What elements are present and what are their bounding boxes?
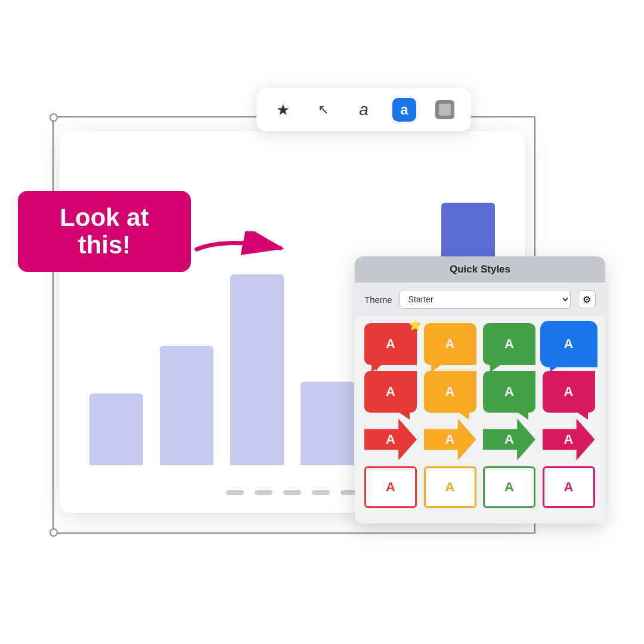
letter-a-active-icon[interactable]: a	[392, 98, 416, 122]
style-speech-red-1[interactable]: A ⭐	[364, 323, 417, 365]
bar-4	[301, 382, 354, 465]
cursor-icon[interactable]: ↖	[311, 98, 335, 122]
qs-row-4: A A A A	[364, 466, 596, 508]
style-speech-pink-1-selected[interactable]: A	[543, 323, 595, 365]
shapes-icon[interactable]	[433, 98, 457, 122]
style-arrow-green[interactable]: A	[483, 419, 535, 460]
svg-rect-1	[439, 104, 451, 116]
qs-title: Quick Styles	[355, 256, 605, 283]
svg-marker-8	[457, 411, 469, 420]
selection-handle-tl[interactable]	[49, 113, 58, 122]
style-arrow-red[interactable]: A	[364, 419, 417, 460]
style-arrow-pink[interactable]: A	[543, 419, 595, 460]
style-speech-green-1[interactable]: A	[483, 323, 535, 365]
qs-row-1: A ⭐ A A A	[364, 323, 596, 365]
qs-row-2: A A A A	[364, 371, 596, 413]
callout-arrow	[191, 231, 286, 270]
style-speech-green-2[interactable]: A	[483, 371, 535, 413]
qs-theme-select[interactable]: Starter Classic Modern	[400, 290, 571, 309]
style-speech-yellow-1[interactable]: A	[424, 323, 476, 365]
bar-1	[89, 394, 143, 465]
qs-body: A ⭐ A A A A	[355, 316, 605, 524]
floating-toolbar: ★ ↖ a a	[256, 88, 471, 131]
style-outline-yellow[interactable]: A	[424, 466, 476, 508]
callout-bubble: Look at this!	[18, 191, 191, 272]
style-outline-pink[interactable]: A	[543, 466, 595, 508]
svg-marker-9	[516, 411, 528, 420]
star-badge: ⭐	[408, 318, 422, 332]
selection-handle-bl[interactable]	[49, 528, 58, 537]
dot-4	[312, 490, 330, 495]
qs-gear-icon[interactable]: ⚙	[578, 290, 596, 308]
dot-2	[255, 490, 273, 495]
dot-1	[226, 490, 244, 495]
style-outline-red[interactable]: A	[364, 466, 417, 508]
qs-theme-label: Theme	[364, 295, 392, 305]
style-outline-green[interactable]: A	[483, 466, 535, 508]
style-arrow-yellow[interactable]: A	[424, 419, 476, 460]
svg-marker-7	[398, 411, 410, 420]
bar-3	[230, 274, 284, 465]
star-icon[interactable]: ★	[271, 98, 295, 122]
letter-a-plain-icon[interactable]: a	[352, 98, 376, 122]
callout-text: Look at this!	[35, 204, 174, 259]
style-speech-pink-2[interactable]: A	[543, 371, 595, 413]
bar-2	[160, 346, 213, 465]
style-speech-yellow-2[interactable]: A	[424, 371, 476, 413]
svg-marker-10	[576, 411, 588, 420]
quick-styles-panel: Quick Styles Theme Starter Classic Moder…	[355, 256, 605, 524]
dot-3	[283, 490, 301, 495]
style-speech-red-2[interactable]: A	[364, 371, 417, 413]
qs-row-3: A A A A	[364, 419, 596, 460]
qs-theme-row: Theme Starter Classic Modern ⚙	[355, 283, 605, 316]
